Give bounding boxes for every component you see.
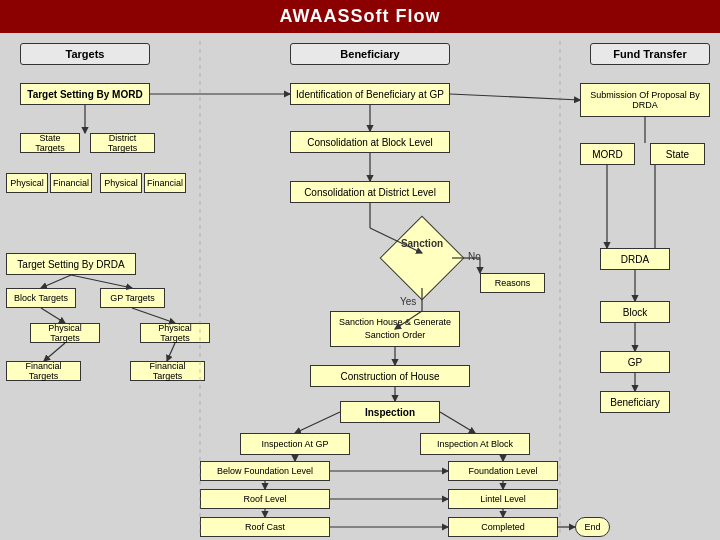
mord-box: MORD — [580, 143, 635, 165]
svg-line-37 — [132, 308, 175, 323]
svg-line-36 — [41, 308, 65, 323]
gp-box: GP — [600, 351, 670, 373]
svg-line-34 — [41, 275, 71, 288]
inspection-block: Inspection At Block — [420, 433, 530, 455]
district-targets: District Targets — [90, 133, 155, 153]
title-bar: AWAASSoft Flow — [0, 0, 720, 33]
physical-targets1: Physical Targets — [30, 323, 100, 343]
block-box: Block — [600, 301, 670, 323]
identification-gp: Identification of Beneficiary at GP — [290, 83, 450, 105]
physical-targets2: Physical Targets — [140, 323, 210, 343]
roof-level: Roof Level — [200, 489, 330, 509]
title: AWAASSoft Flow — [280, 6, 441, 26]
financial1: Financial — [50, 173, 92, 193]
financial-targets1: Financial Targets — [6, 361, 81, 381]
gp-targets: GP Targets — [100, 288, 165, 308]
sanction-house: Sanction House & Generate Sanction Order — [330, 311, 460, 347]
sanction-diamond — [380, 216, 465, 301]
target-setting-drda: Target Setting By DRDA — [6, 253, 136, 275]
financial2: Financial — [144, 173, 186, 193]
completed-box: Completed — [448, 517, 558, 537]
lintel-level: Lintel Level — [448, 489, 558, 509]
construction-box: Construction of House — [310, 365, 470, 387]
consolidation-block: Consolidation at Block Level — [290, 131, 450, 153]
physical1: Physical — [6, 173, 48, 193]
foundation-level: Foundation Level — [448, 461, 558, 481]
svg-line-3 — [450, 94, 580, 100]
submission-drda: Submission Of Proposal By DRDA — [580, 83, 710, 117]
fund-transfer-header: Fund Transfer — [590, 43, 710, 65]
svg-line-35 — [71, 275, 132, 288]
flow-area: Targets Beneficiary Fund Transfer Target… — [0, 33, 720, 533]
block-targets: Block Targets — [6, 288, 76, 308]
yes-label: Yes — [400, 296, 416, 307]
main-container: AWAASSoft Flow Targets Beneficiary Fund … — [0, 0, 720, 540]
targets-header: Targets — [20, 43, 150, 65]
beneficiary-header: Beneficiary — [290, 43, 450, 65]
svg-line-39 — [167, 343, 175, 361]
svg-line-38 — [44, 343, 65, 361]
below-foundation: Below Foundation Level — [200, 461, 330, 481]
end-box: End — [575, 517, 610, 537]
state-box: State — [650, 143, 705, 165]
svg-line-17 — [295, 412, 340, 433]
svg-line-18 — [440, 412, 475, 433]
financial-targets2: Financial Targets — [130, 361, 205, 381]
sanction-label: Sanction — [388, 238, 456, 249]
reasons-box: Reasons — [480, 273, 545, 293]
state-targets: State Targets — [20, 133, 80, 153]
consolidation-district: Consolidation at District Level — [290, 181, 450, 203]
physical2: Physical — [100, 173, 142, 193]
no-label: No — [468, 251, 481, 262]
target-setting-mord: Target Setting By MORD — [20, 83, 150, 105]
inspection-gp: Inspection At GP — [240, 433, 350, 455]
inspection-box: Inspection — [340, 401, 440, 423]
roof-cast: Roof Cast — [200, 517, 330, 537]
beneficiary-box: Beneficiary — [600, 391, 670, 413]
drda-box: DRDA — [600, 248, 670, 270]
